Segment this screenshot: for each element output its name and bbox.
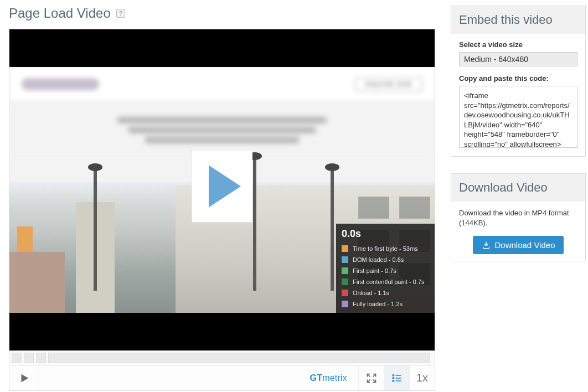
playback-speed-button[interactable]: 1x	[409, 365, 435, 390]
legend-swatch	[342, 267, 348, 274]
legend-current-time: 0.0s	[342, 228, 429, 240]
legend-toggle-button[interactable]	[384, 365, 409, 390]
legend-item: First contentful paint - 0.7s	[342, 276, 429, 287]
fullscreen-icon	[366, 373, 377, 384]
video-player[interactable]: ENQUIRE NOW	[9, 29, 435, 351]
captured-enquire-button: ENQUIRE NOW	[355, 78, 422, 91]
legend-item: Fully loaded - 1.2s	[342, 298, 429, 310]
legend-label: Time to first byte - 53ms	[353, 245, 418, 252]
embed-code-textarea[interactable]	[459, 86, 577, 148]
legend-swatch	[342, 245, 348, 252]
brand-label: GTmetrix	[310, 373, 358, 383]
letterbox-top	[9, 29, 435, 67]
svg-point-2	[393, 377, 394, 379]
legend-label: First paint - 0.7s	[353, 267, 396, 274]
captured-site-header: ENQUIRE NOW	[9, 67, 435, 101]
video-size-select[interactable]: Medium - 640x480	[459, 52, 577, 66]
download-description: Download the video in MP4 format (144KB)…	[459, 208, 577, 228]
download-panel-title: Download Video	[459, 180, 577, 195]
fullscreen-button[interactable]	[358, 365, 384, 390]
filmstrip-timeline[interactable]	[9, 351, 435, 365]
legend-item: Onload - 1.1s	[342, 287, 429, 298]
legend-item: First paint - 0.7s	[342, 265, 429, 276]
play-button[interactable]	[192, 151, 252, 223]
legend-item: Time to first byte - 53ms	[342, 243, 429, 254]
captured-site-logo	[22, 78, 99, 90]
legend-swatch	[342, 278, 348, 285]
legend-swatch	[342, 256, 348, 263]
legend-swatch	[342, 290, 348, 296]
play-pause-button[interactable]	[9, 365, 39, 390]
play-icon	[209, 166, 241, 208]
play-icon	[18, 372, 30, 384]
legend-item: DOM loaded - 0.6s	[342, 254, 429, 265]
embed-panel-title: Embed this video	[459, 13, 577, 27]
help-icon[interactable]: ?	[116, 9, 125, 18]
download-panel: Download Video Download the video in MP4…	[451, 173, 586, 261]
page-title: Page Load Video	[9, 6, 111, 21]
video-size-label: Select a video size	[459, 40, 577, 49]
embed-panel: Embed this video Select a video size Med…	[451, 6, 586, 157]
legend-label: First contentful paint - 0.7s	[353, 278, 425, 285]
legend-swatch	[342, 301, 348, 307]
download-icon	[482, 241, 491, 250]
embed-code-label: Copy and paste this code:	[459, 74, 577, 82]
svg-point-0	[393, 374, 394, 376]
download-video-button[interactable]: Download Video	[473, 236, 564, 254]
svg-point-4	[393, 380, 394, 381]
legend-label: Fully loaded - 1.2s	[353, 301, 403, 307]
legend-label: DOM loaded - 0.6s	[353, 256, 404, 263]
timing-legend: 0.0s Time to first byte - 53msDOM loaded…	[336, 224, 435, 313]
download-button-label: Download Video	[495, 240, 555, 250]
list-icon	[391, 373, 403, 384]
legend-label: Onload - 1.1s	[353, 290, 389, 296]
letterbox-bottom	[9, 313, 435, 350]
player-controls: GTmetrix 1x	[9, 365, 435, 391]
